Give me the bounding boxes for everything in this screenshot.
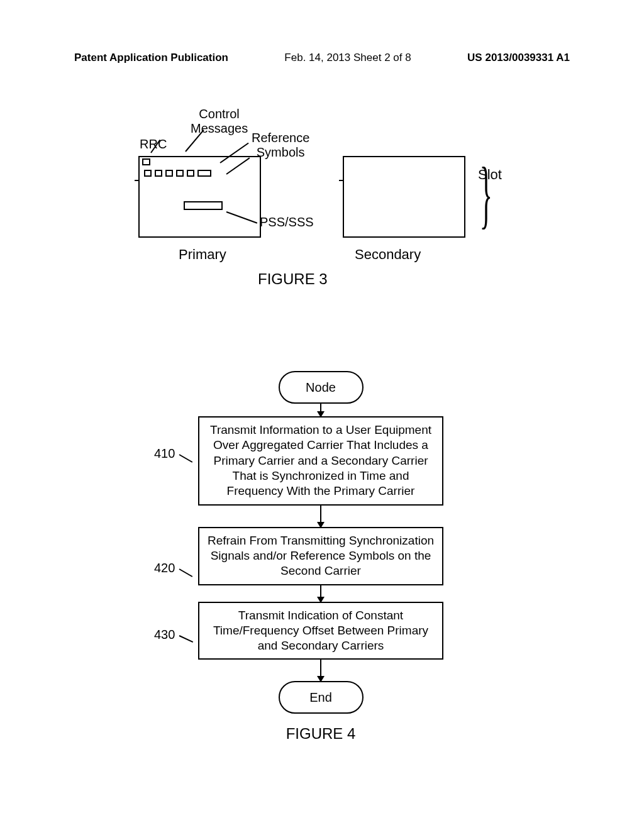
primary-slot-box <box>138 156 261 238</box>
flowchart-start: Node <box>279 371 364 404</box>
label-primary: Primary <box>179 246 226 263</box>
flowchart-step-410: Transmit Information to a User Equipment… <box>198 416 443 506</box>
cm-marker <box>197 170 211 177</box>
arrow-down-icon <box>320 506 321 527</box>
label-control-messages: Control Messages <box>191 107 248 136</box>
cm-marker <box>187 170 194 177</box>
step-text: Transmit Indication of Constant Time/Fre… <box>213 609 428 653</box>
slot-brace-icon: } <box>480 158 492 230</box>
figure-3-caption: FIGURE 3 <box>258 270 328 288</box>
end-label: End <box>309 690 332 705</box>
header-middle: Feb. 14, 2013 Sheet 2 of 8 <box>284 52 411 64</box>
step-text: Refrain From Transmitting Synchronizatio… <box>208 534 434 578</box>
secondary-slot-box <box>343 156 465 238</box>
refnum-420: 420 <box>154 561 175 575</box>
header-left: Patent Application Publication <box>74 52 228 64</box>
figure-4: Node Transmit Information to a User Equi… <box>157 371 484 743</box>
figure-3: Control Messages RRC Reference Symbols P… <box>126 101 516 289</box>
pss-sss-marker <box>184 201 223 210</box>
label-pss-sss: PSS/SSS <box>260 215 314 230</box>
refnum-430: 430 <box>154 628 175 642</box>
leader-line <box>179 454 193 463</box>
start-label: Node <box>306 380 336 395</box>
arrow-down-icon <box>320 404 321 416</box>
arrow-down-icon <box>320 585 321 602</box>
flowchart-end: End <box>279 681 364 714</box>
cm-marker <box>176 170 184 177</box>
leader-line <box>179 568 193 577</box>
control-message-markers <box>144 170 211 177</box>
figure-4-caption: FIGURE 4 <box>157 725 484 743</box>
cm-marker <box>144 170 152 177</box>
flowchart-step-430: Transmit Indication of Constant Time/Fre… <box>198 602 443 660</box>
rrc-marker <box>142 158 150 165</box>
cm-marker <box>155 170 162 177</box>
label-secondary: Secondary <box>355 246 421 263</box>
step-text: Transmit Information to a User Equipment… <box>210 423 431 497</box>
leader-line <box>179 635 194 643</box>
header-right: US 2013/0039331 A1 <box>467 52 570 64</box>
refnum-410: 410 <box>154 446 175 461</box>
cm-marker <box>165 170 173 177</box>
arrow-down-icon <box>320 660 321 681</box>
page-header: Patent Application Publication Feb. 14, … <box>0 52 644 64</box>
flowchart-step-420: Refrain From Transmitting Synchronizatio… <box>198 527 443 585</box>
